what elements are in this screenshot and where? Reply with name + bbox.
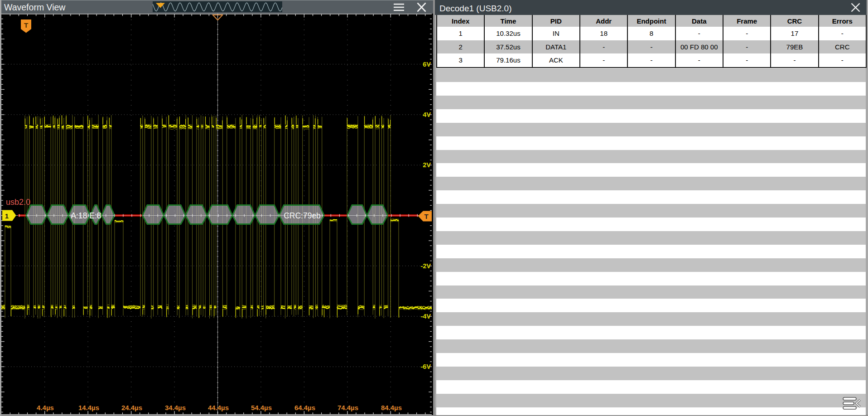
svg-text:34.4µs: 34.4µs [165,404,186,411]
svg-text:4.4µs: 4.4µs [37,404,54,411]
svg-text:44.4µs: 44.4µs [208,404,229,411]
svg-text:-4V: -4V [420,313,431,320]
svg-text:14.4µs: 14.4µs [78,404,99,411]
svg-text:-2V: -2V [420,262,431,270]
svg-text:6V: 6V [423,61,431,68]
svg-text:A:18 E:8: A:18 E:8 [71,211,101,220]
svg-text:T: T [424,213,428,220]
svg-text:84.4µs: 84.4µs [381,404,402,411]
svg-text:CRC:79eb: CRC:79eb [284,211,321,220]
svg-text:1: 1 [5,212,9,220]
svg-text:-6V: -6V [420,363,431,370]
svg-text:T: T [24,21,28,29]
svg-text:74.4µs: 74.4µs [338,404,358,411]
svg-text:64.4µs: 64.4µs [294,404,315,411]
svg-text:24.4µs: 24.4µs [121,404,142,411]
svg-text:usb2.0: usb2.0 [6,198,30,207]
svg-text:54.4µs: 54.4µs [251,404,272,411]
svg-text:2V: 2V [423,161,431,169]
svg-text:4V: 4V [423,111,431,118]
